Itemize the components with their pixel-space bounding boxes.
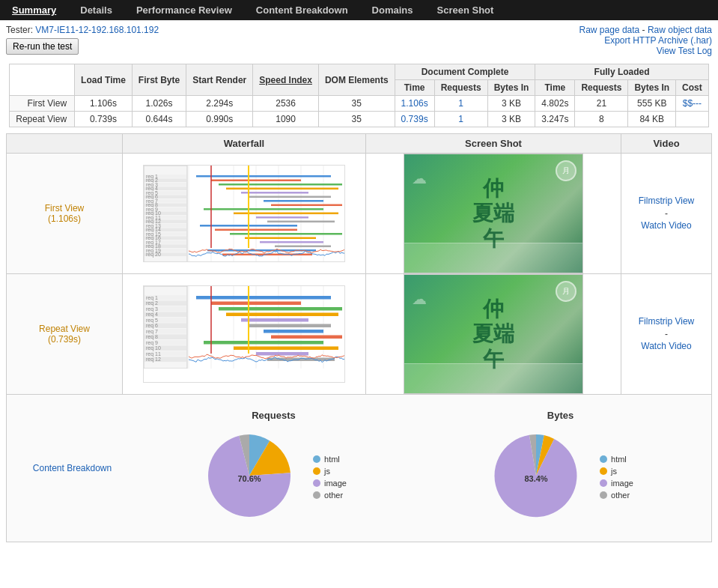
bytes-legend-label-image: image — [611, 479, 633, 488]
tester-label: Tester: — [6, 25, 33, 35]
cost-link-0[interactable]: $$--- — [683, 98, 702, 109]
content-breakdown-link[interactable]: Content Breakdown — [33, 463, 112, 473]
repeat-view-video: Filmstrip View - Watch Video — [621, 274, 711, 394]
breakdown-row: Content Breakdown Requests — [14, 402, 704, 534]
requests-legend: html js image other — [313, 455, 347, 500]
row-fl-bytes-1: 84 KB — [628, 112, 676, 127]
header-right: Raw page data - Raw object data Export H… — [579, 25, 712, 56]
wfv-video-header: Video — [621, 134, 711, 153]
legend-image: image — [313, 479, 347, 488]
doc-complete-header: Document Complete — [395, 64, 535, 80]
first-view-screenshot-thumb: 月 ☁ 仲夏端午 — [404, 154, 583, 273]
row-startrender-1: 0.990s — [186, 112, 253, 127]
bytes-legend: html js image other — [600, 455, 633, 500]
first-view-waterfall[interactable] — [123, 154, 366, 273]
first-view-video: Filmstrip View - Watch Video — [621, 154, 711, 273]
raw-object-data-link[interactable]: Raw object data — [648, 25, 712, 35]
repeat-view-label: Repeat View(0.739s) — [7, 274, 123, 394]
metrics-section: Load Time First Byte Start Render Speed … — [0, 61, 718, 133]
row-dc-bytes-0: 3 KB — [487, 96, 535, 112]
requests-title: Requests — [201, 410, 347, 421]
bytes-legend-label-html: html — [611, 455, 627, 464]
legend-dot-other — [313, 491, 320, 499]
screenshot-logo: 月 — [556, 160, 576, 181]
row-dom-0: 35 — [318, 96, 395, 112]
metrics-table: Load Time First Byte Start Render Speed … — [9, 64, 709, 127]
legend-dot-html — [313, 455, 320, 463]
breakdown-charts: Requests — [130, 402, 704, 534]
view-test-log-link[interactable]: View Test Log — [657, 46, 712, 56]
repeat-view-watch-link[interactable]: Watch Video — [641, 339, 691, 354]
nav-performance-review[interactable]: Performance Review — [124, 0, 244, 20]
col-speed-index: Speed Index — [253, 64, 319, 96]
wfv-section: Waterfall Screen Shot Video First View(1… — [6, 133, 712, 395]
row-dc-bytes-1: 3 KB — [487, 112, 535, 127]
nav-domains[interactable]: Domains — [360, 0, 425, 20]
bytes-chart: Bytes — [487, 410, 633, 527]
bytes-chart-area: 83.4% html js — [487, 427, 633, 527]
bytes-legend-dot-other — [600, 491, 607, 499]
repeat-view-filmstrip-link[interactable]: Filmstrip View — [639, 315, 694, 329]
row-fl-time-0: 4.802s — [535, 96, 575, 112]
first-view-row: First View(1.106s) 月 ☁ 仲夏端午 Filmstrip Vi… — [7, 154, 711, 274]
row-dc-req-1: 1 — [434, 112, 487, 127]
requests-pie-group: 70.6% — [208, 434, 290, 517]
first-view-watch-link[interactable]: Watch Video — [641, 219, 691, 233]
row-firstbyte-1: 0.644s — [132, 112, 186, 127]
fl-cost: Cost — [676, 80, 709, 96]
row-dc-time-1: 0.739s — [395, 112, 434, 127]
bytes-pie-wrap: 83.4% — [487, 427, 585, 527]
repeat-view-waterfall-img[interactable] — [143, 285, 345, 383]
bytes-pie-group: 83.4% — [494, 434, 576, 517]
row-fl-req-0: 21 — [575, 96, 628, 112]
legend-dot-js — [313, 467, 320, 475]
legend-label-js: js — [324, 467, 330, 476]
breakdown-label: Content Breakdown — [14, 402, 130, 534]
requests-pct-label: 70.6% — [237, 474, 261, 483]
dc-requests: Requests — [434, 80, 487, 96]
repeat-view-waterfall[interactable] — [123, 274, 366, 394]
raw-links: Raw page data - Raw object data — [579, 25, 712, 35]
nav-summary[interactable]: Summary — [0, 0, 68, 20]
bytes-legend-js: js — [600, 467, 633, 476]
first-view-label: First View(1.106s) — [7, 154, 123, 273]
rerun-button[interactable]: Re-run the test — [6, 38, 79, 55]
row-dc-req-0: 1 — [434, 96, 487, 112]
requests-chart-area: 70.6% html js — [201, 427, 347, 527]
metrics-body: First View 1.106s 1.026s 2.294s 2536 35 … — [10, 96, 709, 127]
requests-pie-svg: 70.6% — [201, 427, 298, 524]
repeat-view-dash: - — [665, 329, 668, 339]
nav-details[interactable]: Details — [68, 0, 124, 20]
row-firstbyte-0: 1.026s — [132, 96, 186, 112]
legend-dot-image — [313, 479, 320, 487]
first-view-waterfall-img[interactable] — [143, 165, 345, 262]
header-left: Tester: VM7-IE11-12-192.168.101.192 Re-r… — [6, 25, 159, 55]
dc-time: Time — [395, 80, 434, 96]
col-load-time: Load Time — [75, 64, 133, 96]
nav-content-breakdown[interactable]: Content Breakdown — [244, 0, 360, 20]
metrics-row-1: Repeat View 0.739s 0.644s 0.990s 1090 35… — [10, 112, 709, 127]
legend-js: js — [313, 467, 347, 476]
bytes-legend-other: other — [600, 491, 633, 500]
bytes-legend-html: html — [600, 455, 633, 464]
export-http-link[interactable]: Export HTTP Archive (.har) — [604, 35, 712, 46]
legend-other: other — [313, 491, 347, 500]
chinese-text-2: 仲夏端午 — [472, 297, 514, 372]
bytes-legend-image: image — [600, 479, 633, 488]
first-view-filmstrip-link[interactable]: Filmstrip View — [639, 194, 694, 208]
row-load-1: 0.739s — [75, 112, 133, 127]
repeat-screenshot-clouds: ☁ — [412, 290, 427, 308]
legend-label-image: image — [324, 479, 347, 488]
first-view-dash: - — [665, 208, 668, 219]
row-fl-time-1: 3.247s — [535, 112, 575, 127]
nav-screen-shot[interactable]: Screen Shot — [425, 0, 506, 20]
raw-page-data-link[interactable]: Raw page data — [579, 25, 640, 35]
tester-link[interactable]: VM7-IE11-12-192.168.101.192 — [35, 25, 159, 35]
link-separator: - — [642, 25, 648, 35]
bytes-legend-label-js: js — [611, 467, 617, 476]
fl-bytes: Bytes In — [628, 80, 676, 96]
row-label-0: First View — [10, 96, 75, 112]
repeat-screenshot-logo: 月 — [556, 281, 576, 302]
row-cost-0: $$--- — [676, 96, 709, 112]
wfv-header: Waterfall Screen Shot Video — [7, 134, 711, 154]
